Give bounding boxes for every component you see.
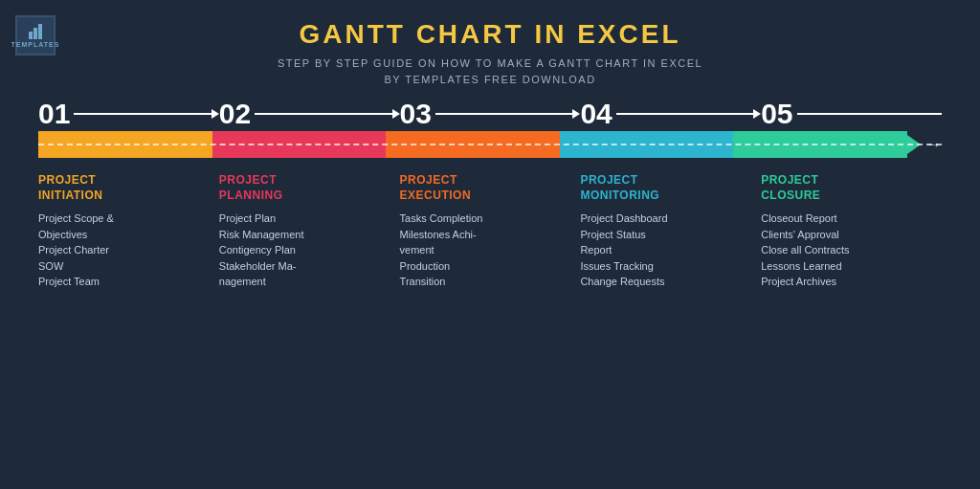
phase-col-5: PROJECTCLOSURE Closeout Report Clients' … bbox=[761, 173, 942, 470]
phase-item: Risk Management bbox=[219, 227, 390, 243]
step-number-row-3: 03 bbox=[400, 99, 581, 129]
phase-col-4: PROJECTMONITORING Project Dashboard Proj… bbox=[580, 173, 761, 470]
bar-arrow-end bbox=[907, 135, 921, 154]
phase-item: Closeout Report bbox=[761, 211, 932, 227]
step-col-2: 02 bbox=[219, 99, 400, 131]
step-arrow-line-1 bbox=[74, 113, 211, 115]
phase-items-4: Project Dashboard Project StatusReport I… bbox=[580, 211, 751, 290]
logo-bar-3 bbox=[38, 24, 42, 39]
header: GANTT CHART IN EXCEL STEP BY STEP GUIDE … bbox=[38, 19, 942, 87]
phase-item: Project Plan bbox=[219, 211, 390, 227]
phase-title-1: PROJECTINITIATION bbox=[38, 173, 210, 203]
logo-bar-1 bbox=[29, 32, 33, 39]
step-arrow-1 bbox=[74, 109, 218, 119]
step-arrow-4 bbox=[616, 109, 761, 119]
main-title: GANTT CHART IN EXCEL bbox=[38, 19, 942, 50]
phase-item: Milestones Achi-vement bbox=[400, 227, 571, 258]
logo-bar-2 bbox=[33, 28, 37, 39]
step-number-row-5: 05 bbox=[761, 99, 942, 129]
step-col-4: 04 bbox=[580, 99, 761, 131]
phase-item: ProductionTransition bbox=[400, 258, 571, 290]
subtitle-line2: BY TEMPLATES FREE DOWNLOAD bbox=[384, 74, 595, 85]
phase-item: Project Scope &Objectives bbox=[38, 211, 210, 242]
bar-segment-3 bbox=[386, 131, 560, 158]
phase-item: Contigency Plan bbox=[219, 242, 390, 258]
timeline-bar-row: → bbox=[38, 131, 942, 158]
step-number-4: 04 bbox=[580, 100, 612, 128]
final-arrow-icon: → bbox=[924, 135, 942, 155]
phase-item: Close all Contracts bbox=[761, 242, 932, 258]
main-container: GANTT CHART IN EXCEL STEP BY STEP GUIDE … bbox=[0, 0, 980, 489]
phase-items-3: Tasks Completion Milestones Achi-vement … bbox=[400, 211, 571, 290]
phase-col-1: PROJECTINITIATION Project Scope &Objecti… bbox=[38, 173, 219, 470]
phase-items-2: Project Plan Risk Management Contigency … bbox=[219, 211, 390, 290]
step-arrow-line-3 bbox=[435, 113, 572, 115]
step-arrow-3 bbox=[435, 109, 580, 119]
timeline-area: 01 02 bbox=[38, 99, 942, 470]
phase-item: Clients' Approval bbox=[761, 227, 932, 243]
step-number-row-2: 02 bbox=[219, 99, 400, 129]
phase-item: Tasks Completion bbox=[400, 211, 571, 227]
step-arrow-head-2 bbox=[392, 109, 400, 119]
step-col-5: 05 bbox=[761, 99, 942, 131]
phase-title-5: PROJECTCLOSURE bbox=[761, 173, 932, 203]
step-number-row-4: 04 bbox=[580, 99, 761, 129]
step-arrow-line-5 bbox=[797, 113, 942, 115]
phase-item: Project Charter bbox=[38, 242, 210, 258]
phase-items-1: Project Scope &Objectives Project Charte… bbox=[38, 211, 210, 290]
step-arrow-line-2 bbox=[255, 113, 391, 115]
logo-icon bbox=[29, 24, 42, 39]
bar-segment-1 bbox=[38, 131, 212, 158]
steps-row: 01 02 bbox=[38, 99, 942, 131]
bar-segment-5 bbox=[733, 131, 907, 158]
phase-item: Project Archives bbox=[761, 274, 932, 290]
step-arrow-line-4 bbox=[616, 113, 753, 115]
phase-title-2: PROJECTPLANNING bbox=[219, 173, 390, 203]
phase-item: Issues Tracking bbox=[580, 258, 751, 275]
step-arrow-head-4 bbox=[753, 109, 761, 119]
phase-item: Lessons Learned bbox=[761, 258, 932, 275]
phase-title-3: PROJECTEXECUTION bbox=[400, 173, 571, 203]
phase-item: Project StatusReport bbox=[580, 227, 751, 258]
phase-col-3: PROJECTEXECUTION Tasks Completion Milest… bbox=[400, 173, 581, 470]
content-row: PROJECTINITIATION Project Scope &Objecti… bbox=[38, 173, 942, 470]
subtitle-line1: STEP BY STEP GUIDE ON HOW TO MAKE A GANT… bbox=[278, 57, 702, 69]
step-number-5: 05 bbox=[761, 100, 792, 128]
step-number-2: 02 bbox=[219, 100, 251, 128]
step-col-3: 03 bbox=[400, 99, 581, 131]
step-number-3: 03 bbox=[400, 100, 432, 128]
phase-item: SOW bbox=[38, 258, 210, 275]
step-number-row-1: 01 bbox=[38, 99, 219, 129]
subtitle: STEP BY STEP GUIDE ON HOW TO MAKE A GANT… bbox=[38, 56, 942, 87]
step-arrow-head-1 bbox=[212, 109, 219, 119]
step-col-1: 01 bbox=[38, 99, 219, 131]
logo-text: TEMPLATES bbox=[11, 41, 60, 48]
bar-segment-4 bbox=[560, 131, 734, 158]
phase-col-2: PROJECTPLANNING Project Plan Risk Manage… bbox=[219, 173, 400, 470]
phase-item: Project Team bbox=[38, 274, 210, 290]
phase-item: Project Dashboard bbox=[580, 211, 751, 227]
phase-item: Change Requests bbox=[580, 274, 751, 290]
phase-title-4: PROJECTMONITORING bbox=[580, 173, 751, 203]
step-arrow-head-3 bbox=[572, 109, 580, 119]
phase-item: Stakeholder Ma-nagement bbox=[219, 258, 390, 290]
step-arrow-5 bbox=[797, 113, 942, 115]
step-number-1: 01 bbox=[38, 100, 70, 128]
phase-items-5: Closeout Report Clients' Approval Close … bbox=[761, 211, 932, 290]
logo: TEMPLATES bbox=[15, 15, 56, 56]
bar-segment-2 bbox=[212, 131, 387, 158]
step-arrow-2 bbox=[255, 109, 399, 119]
